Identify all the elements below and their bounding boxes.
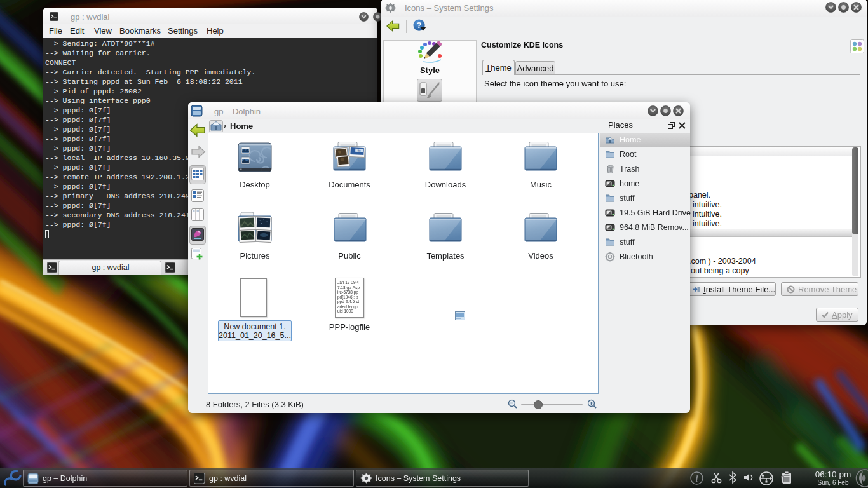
svg-text:i: i [696,474,698,484]
svg-text:80: 80 [358,149,362,152]
